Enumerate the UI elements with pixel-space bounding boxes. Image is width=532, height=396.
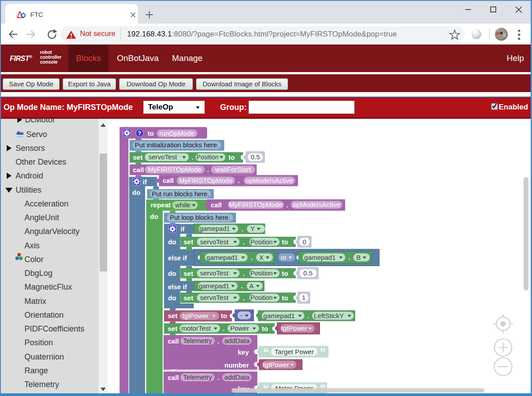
svg-text:.: . [241,282,243,290]
svg-text:.: . [217,337,219,345]
svg-text:MyFIRSTOpMode: MyFIRSTOpMode [179,177,233,184]
svg-text:.: . [207,166,209,174]
svg-text:.: . [223,325,224,332]
svg-text:tgtPower: tgtPower [281,324,307,332]
svg-text:MyFIRSTOpMode: MyFIRSTOpMode [229,201,283,208]
svg-text:.: . [348,254,350,261]
svg-text:opModeIsActive: opModeIsActive [246,177,293,184]
svg-text:repeat: repeat [151,201,171,209]
svg-text:servoTest: servoTest [148,153,177,161]
svg-text:waitForStart: waitForStart [215,166,252,173]
svg-text:else if: else if [168,283,188,291]
svg-text:gamepad1: gamepad1 [304,254,336,261]
svg-text:gamepad1: gamepad1 [199,283,229,290]
svg-text:set: set [168,325,178,332]
svg-text:call: call [163,177,174,184]
svg-text:Telemetry: Telemetry [183,337,212,344]
svg-text:do: do [168,238,176,246]
svg-text:if: if [143,178,147,186]
svg-text:gamepad1: gamepad1 [200,225,230,232]
svg-text:Power: Power [230,324,249,332]
svg-text:do: do [168,294,176,302]
svg-text:”: ” [320,346,326,360]
svg-text:set: set [133,154,143,161]
svg-text:number: number [224,361,249,369]
svg-text:0.5: 0.5 [251,153,260,161]
svg-text:A: A [249,282,254,290]
svg-text:gamepad1: gamepad1 [264,312,295,319]
svg-text:servoTest: servoTest [200,238,229,246]
svg-text:opModeIsActive: opModeIsActive [293,201,340,208]
svg-text:addData: addData [224,373,250,381]
svg-text:-: - [240,311,243,319]
svg-text:.: . [251,254,252,261]
svg-text:0.5: 0.5 [304,269,313,277]
svg-text:call: call [211,201,222,209]
svg-text:or: or [280,254,286,261]
svg-text:Target Power: Target Power [275,348,314,356]
svg-text:Y: Y [250,225,255,232]
svg-text:“: “ [263,346,269,360]
svg-text:addData: addData [224,337,250,344]
svg-text:1: 1 [302,294,305,301]
svg-text:.: . [192,154,193,161]
svg-text:to: to [221,312,227,319]
svg-text:MyFIRSTOpMode: MyFIRSTOpMode [148,166,202,173]
svg-text:tgtPower: tgtPower [182,312,208,319]
svg-text:to: to [148,129,154,137]
svg-text:set: set [184,238,193,246]
svg-text:Position: Position [196,154,219,161]
svg-text:Put run blocks here.: Put run blocks here. [152,190,209,198]
svg-text:0: 0 [303,238,306,246]
svg-text:do: do [132,189,140,196]
svg-text:set: set [168,312,178,319]
svg-text:do: do [168,270,176,277]
svg-text:gamepad1: gamepad1 [207,254,238,261]
svg-text:.: . [241,225,243,233]
svg-text:?: ? [138,130,141,137]
svg-text:else if: else if [168,254,188,262]
svg-text:do: do [150,213,158,220]
svg-text:Put loop blocks here.: Put loop blocks here. [170,214,230,221]
svg-text:if: if [180,225,185,233]
svg-text:key: key [238,348,249,356]
svg-text:to: to [228,154,235,161]
svg-text:call: call [168,337,179,345]
svg-text:Position: Position [251,238,273,246]
svg-text:.: . [243,238,244,246]
svg-text:motorTest: motorTest [181,324,211,332]
svg-text:.: . [307,312,309,319]
svg-text:while: while [175,201,190,209]
svg-text:.: . [217,374,219,381]
svg-text:runOpMode: runOpMode [159,129,194,137]
svg-text:Put initialization blocks here: Put initialization blocks here. [135,141,219,149]
svg-text:.: . [286,201,288,209]
svg-text:tgtPower: tgtPower [263,361,289,368]
svg-text:X: X [259,254,264,261]
svg-text:.: . [238,177,240,184]
svg-text:call: call [168,374,179,381]
svg-text:to: to [262,325,268,332]
svg-text:to: to [282,238,288,246]
svg-text:B: B [356,254,360,261]
svg-text:call: call [133,166,144,174]
svg-text:LeftStickY: LeftStickY [314,312,344,319]
svg-text:Telemetry: Telemetry [183,373,212,381]
